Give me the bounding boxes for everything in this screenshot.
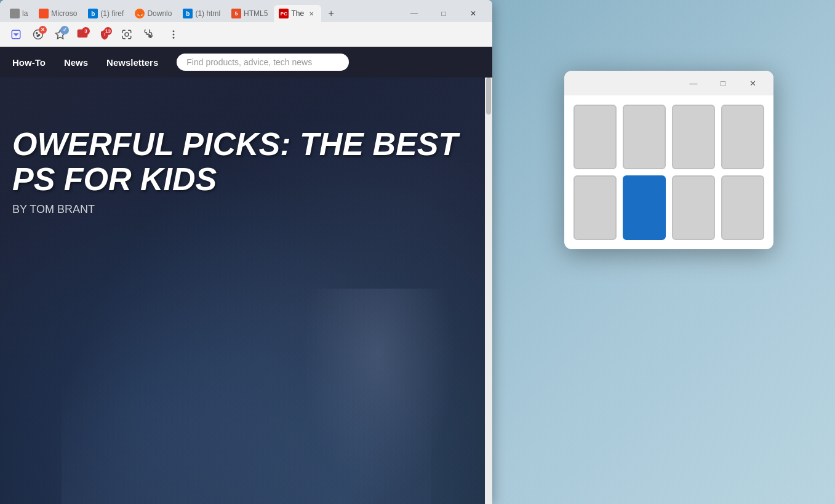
snap-close-btn[interactable]: ✕ <box>739 74 766 92</box>
chat-badge: 3 <box>82 27 90 35</box>
page-nav: How-To News Newsletters Find products, a… <box>0 47 492 78</box>
snap-cell-1-1-active[interactable] <box>623 175 666 240</box>
svg-point-8 <box>173 30 175 32</box>
laptop-bg <box>62 381 431 504</box>
svg-point-10 <box>173 36 175 38</box>
snap-cell-1-2[interactable] <box>672 175 715 240</box>
nav-how-to[interactable]: How-To <box>12 57 46 68</box>
cookie-badge: ✕ <box>39 26 47 34</box>
window-controls-back: — □ ✕ <box>400 5 487 22</box>
toolbar-back: ✕ ✓ 3 ! 13 <box>0 22 492 47</box>
snap-cell-0-0[interactable] <box>573 105 617 169</box>
snap-layout-popup: — □ ✕ <box>564 71 773 249</box>
tab-html5[interactable]: 5 HTML5 <box>226 5 273 22</box>
snap-cell-0-3[interactable] <box>721 105 764 169</box>
tab-the-active[interactable]: PC The ✕ <box>274 5 321 22</box>
snap-cell-1-0[interactable] <box>573 175 617 240</box>
tab-htmlbing-favicon: b <box>183 9 193 18</box>
chat-icon[interactable]: 3 <box>74 26 91 43</box>
tab-dl-label: Downlo <box>147 9 172 18</box>
svg-point-9 <box>173 33 175 35</box>
tabs-row: la Microso b (1) firef 🦊 Downlo b (1) ht… <box>0 0 492 22</box>
tab-html-bing[interactable]: b (1) html <box>178 5 225 22</box>
close-button-back[interactable]: ✕ <box>459 5 487 22</box>
search-box[interactable]: Find products, advice, tech news <box>177 54 349 71</box>
tab-download[interactable]: 🦊 Downlo <box>130 5 177 22</box>
nav-newsletters[interactable]: Newsletters <box>106 57 158 68</box>
hero-title-line2: PS FOR KIDS <box>12 162 480 197</box>
snap-cell-0-2[interactable] <box>672 105 715 169</box>
screenshot-icon[interactable] <box>118 26 135 43</box>
hero-section: OWERFUL PICKS: THE BEST PS FOR KIDS BY T… <box>0 78 492 228</box>
snap-grid <box>564 95 773 249</box>
minimize-button-back[interactable]: — <box>400 5 428 22</box>
tab-la-label: la <box>22 9 28 18</box>
maximize-button-back[interactable]: □ <box>429 5 458 22</box>
new-tab-button[interactable]: + <box>322 5 340 22</box>
svg-point-2 <box>36 32 38 33</box>
tab-close-btn[interactable]: ✕ <box>306 9 316 18</box>
shield-badge: 13 <box>104 27 112 35</box>
snap-minimize-btn[interactable]: — <box>680 74 707 92</box>
cookie-icon[interactable]: ✕ <box>30 26 47 43</box>
nav-news[interactable]: News <box>64 57 88 68</box>
tab-la[interactable]: la <box>5 5 33 22</box>
shield-icon[interactable]: ! 13 <box>96 26 113 43</box>
hero-title-line1: OWERFUL PICKS: THE BEST <box>12 127 480 162</box>
tab-microsoft[interactable]: Microso <box>34 5 82 22</box>
tab-html5-label: HTML5 <box>244 9 268 18</box>
snap-cell-1-3[interactable] <box>721 175 764 240</box>
svg-point-4 <box>37 35 38 36</box>
tab-htmlbing-label: (1) html <box>195 9 220 18</box>
svg-point-7 <box>125 33 129 36</box>
star-badge: ✓ <box>60 26 69 34</box>
snap-popup-titlebar: — □ ✕ <box>564 71 773 95</box>
tab-bing1-favicon: b <box>88 9 98 18</box>
hero-author: BY TOM BRANT <box>12 203 480 216</box>
tab-bing1[interactable]: b (1) firef <box>83 5 129 22</box>
snap-cell-0-1[interactable] <box>623 105 666 169</box>
search-placeholder: Find products, advice, tech news <box>186 57 312 67</box>
favorites-icon[interactable]: ✓ <box>52 26 69 43</box>
extension-icon[interactable] <box>140 26 158 43</box>
tab-la-favicon <box>10 9 20 18</box>
tab-dl-favicon: 🦊 <box>135 9 145 18</box>
tab-pcmag-favicon: PC <box>279 9 289 18</box>
tab-pcmag-label: The <box>291 9 304 18</box>
tab-ms-favicon <box>39 9 49 18</box>
browser-window-back: la Microso b (1) firef 🦊 Downlo b (1) ht… <box>0 0 492 504</box>
tab-ms-label: Microso <box>51 9 77 18</box>
tab-html5-favicon: 5 <box>231 9 241 18</box>
webpage-content: How-To News Newsletters Find products, a… <box>0 47 492 504</box>
tab-bing1-label: (1) firef <box>100 9 124 18</box>
snap-maximize-btn[interactable]: □ <box>709 74 737 92</box>
pocket-icon[interactable] <box>7 26 25 43</box>
menu-icon[interactable] <box>165 26 182 43</box>
